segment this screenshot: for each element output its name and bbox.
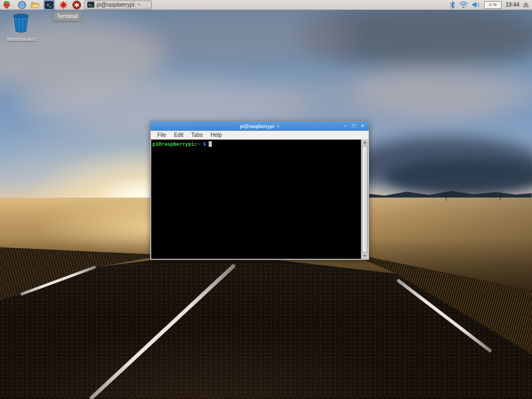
tooltip-label: Terminal (57, 13, 78, 19)
wastebasket-icon[interactable]: Wastebasket (3, 13, 39, 42)
window-title: pi@raspberrypi: ~ (151, 124, 369, 129)
power-pole (500, 191, 501, 200)
prompt-user-host: pi@raspberrypi (152, 141, 194, 147)
menu-tabs[interactable]: Tabs (188, 132, 206, 138)
scrollbar-down-arrow[interactable] (361, 253, 368, 259)
terminal-window[interactable]: pi@raspberrypi: ~ – □ × File Edit Tabs H… (150, 121, 369, 260)
terminal-icon: >_ (45, 1, 54, 9)
scrollbar-thumb[interactable] (362, 146, 368, 253)
cpu-usage-monitor[interactable]: 0 % (484, 1, 502, 9)
volume-icon[interactable] (472, 1, 480, 8)
terminal-cursor (209, 141, 212, 147)
prompt-path: ~ $ (197, 141, 206, 147)
menu-file[interactable]: File (154, 132, 169, 138)
terminal-screen[interactable]: pi@raspberrypi:~ $ (151, 140, 361, 259)
window-controls: – □ × (342, 121, 369, 131)
terminal-body: pi@raspberrypi:~ $ (151, 140, 369, 259)
mathematica-star-icon (59, 1, 68, 9)
cpu-usage-value: 0 % (489, 2, 497, 7)
window-menubar: File Edit Tabs Help (151, 131, 369, 140)
trash-can-icon (12, 13, 30, 33)
taskbar-panel: >_ >_ pi@raspberrypi: ~ (0, 0, 532, 10)
window-titlebar[interactable]: pi@raspberrypi: ~ – □ × (151, 121, 369, 131)
system-tray: 0 % 19:44 (450, 1, 532, 9)
wolfram-launcher[interactable] (71, 0, 82, 10)
clock[interactable]: 19:44 (506, 2, 519, 8)
wastebasket-label: Wastebasket (3, 36, 39, 42)
wolfram-icon (72, 1, 81, 9)
app-menu-button[interactable] (1, 0, 12, 10)
folder-icon (31, 1, 40, 9)
bluetooth-icon[interactable] (450, 1, 455, 9)
desktop[interactable]: Wastebasket pi@raspberrypi: ~ – □ × File… (0, 0, 532, 399)
web-browser-launcher[interactable] (17, 0, 28, 10)
tooltip: Terminal (53, 12, 82, 21)
file-manager-launcher[interactable] (30, 0, 41, 10)
scrollbar[interactable] (361, 140, 368, 259)
menu-help[interactable]: Help (207, 132, 225, 138)
eject-icon[interactable] (523, 2, 529, 7)
menu-edit[interactable]: Edit (171, 132, 187, 138)
globe-icon (18, 1, 26, 9)
minimize-button[interactable]: – (342, 121, 348, 131)
power-pole (446, 191, 446, 201)
terminal-launcher[interactable]: >_ (44, 0, 55, 10)
raspberry-pi-menu-icon (2, 1, 11, 9)
wifi-icon[interactable] (459, 1, 468, 8)
terminal-icon: >_ (87, 2, 94, 8)
task-button-terminal[interactable]: >_ pi@raspberrypi: ~ (84, 1, 152, 9)
maximize-button[interactable]: □ (351, 121, 357, 131)
task-button-label: pi@raspberrypi: ~ (97, 2, 140, 8)
mathematica-launcher[interactable] (58, 0, 69, 10)
close-button[interactable]: × (360, 121, 365, 131)
scrollbar-up-arrow[interactable] (361, 140, 368, 145)
